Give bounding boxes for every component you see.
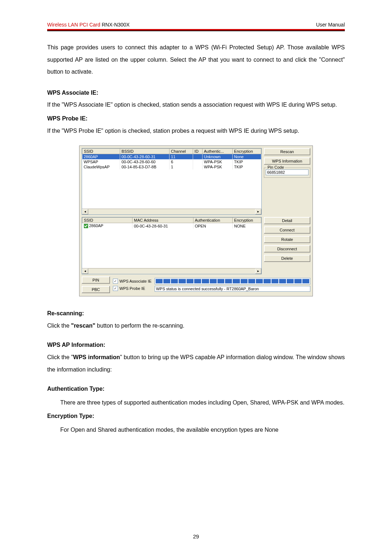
wps-associate-block: WPS Associate IE: If the "WPS Associate … [47, 87, 345, 111]
disconnect-button[interactable]: Disconnect [264, 245, 310, 253]
scroll-right-icon[interactable]: ► [255, 209, 261, 214]
wps-information-button[interactable]: WPS Information [264, 157, 310, 165]
col-encryption[interactable]: Encryption [232, 149, 261, 154]
scroll-right-icon[interactable]: ► [255, 268, 261, 274]
doc-type-label: User Manual [316, 22, 345, 28]
wps-ap-list-header-row: SSID BSSID Channel ID Authentic... Encry… [82, 149, 261, 154]
table-row[interactable]: ClaudeWpsAP 00-14-85-E3-D7-8B 1 WPA-PSK … [82, 164, 261, 169]
pin-button[interactable]: PIN [82, 276, 110, 284]
pbc-button[interactable]: PBC [82, 286, 110, 293]
table-row[interactable]: 2860AP 00-0C-43-28-60-31 11 Unknown None [82, 154, 261, 160]
delete-button[interactable]: Delete [264, 255, 310, 262]
wps-dialog-screenshot: SSID BSSID Channel ID Authentic... Encry… [79, 145, 313, 296]
col2-ssid[interactable]: SSID [82, 218, 132, 223]
col-bssid[interactable]: BSSID [120, 149, 169, 154]
wps-status-text: WPS status is connected successfully - R… [155, 286, 310, 292]
col-ssid[interactable]: SSID [82, 149, 120, 154]
doc-title-product: Wireless LAN PCI Card [47, 22, 100, 28]
scroll-left-icon[interactable]: ◄ [82, 209, 88, 214]
horizontal-scrollbar[interactable]: ◄ ► [82, 268, 261, 274]
pin-code-group: Pin Code [264, 168, 310, 178]
table-row[interactable]: 2860AP 00-0C-43-28-60-31 OPEN NONE [82, 223, 261, 229]
connect-button[interactable]: Connect [264, 226, 310, 234]
header-rule-black [47, 30, 345, 31]
rescanning-title: Re-scanning: [47, 310, 84, 316]
scroll-left-icon[interactable]: ◄ [82, 268, 88, 274]
wps-probe-block: WPS Probe IE: If the "WPS Probe IE" opti… [47, 112, 345, 137]
col2-auth[interactable]: Authentication [193, 218, 232, 223]
auth-type-body: There are three types of supported authe… [47, 397, 345, 409]
wps-ap-info-title: WPS AP Information: [47, 342, 105, 348]
col2-mac[interactable]: MAC Address [132, 218, 193, 223]
wps-associate-title: WPS Associate IE: [47, 90, 98, 96]
intro-paragraph: This page provides users to connect this… [47, 41, 345, 78]
col2-enc[interactable]: Encryption [233, 218, 261, 223]
enc-type-title: Encryption Type: [47, 413, 94, 419]
wps-associate-body: If the "WPS Associate IE" option is chec… [47, 102, 337, 108]
wps-profile-header-row: SSID MAC Address Authentication Encrypti… [82, 218, 261, 223]
doc-title: Wireless LAN PCI Card RNX-N300X [47, 22, 130, 28]
doc-title-model: RNX-N300X [100, 22, 130, 28]
auth-type-block: Authentication Type: [47, 383, 345, 395]
connected-icon [84, 224, 88, 228]
col-authentication[interactable]: Authentic... [202, 149, 232, 154]
wps-probe-title: WPS Probe IE: [47, 115, 87, 122]
pin-code-label: Pin Code [266, 165, 285, 169]
auth-type-title: Authentication Type: [47, 386, 105, 392]
table-row[interactable]: WPSAP 00-0C-43-28-60-60 6 WPA-PSK TKIP [82, 159, 261, 164]
wps-profile-list[interactable]: SSID MAC Address Authentication Encrypti… [82, 217, 262, 274]
doc-header: Wireless LAN PCI Card RNX-N300X User Man… [47, 22, 345, 29]
col-id[interactable]: ID [193, 149, 202, 154]
wps-probe-ie-checkbox[interactable]: ✓WPS Probe IE [113, 286, 152, 291]
horizontal-scrollbar[interactable]: ◄ ► [82, 209, 261, 214]
col-channel[interactable]: Channel [170, 149, 193, 154]
rotate-button[interactable]: Rotate [264, 236, 310, 243]
detail-button[interactable]: Detail [264, 217, 310, 224]
wps-ap-info-block: WPS AP Information: Click the "WPS infor… [47, 339, 345, 376]
enc-type-body: For Open and Shared authentication modes… [47, 424, 345, 436]
wps-probe-body: If the "WPS Probe IE" option is checked,… [47, 128, 299, 134]
rescan-button[interactable]: Rescan [264, 148, 310, 155]
pin-code-input[interactable] [266, 169, 309, 175]
wps-associate-ie-checkbox[interactable]: ✓WPS Associate IE [113, 279, 152, 284]
wps-progress-bar [155, 278, 310, 284]
page-number: 29 [0, 533, 392, 539]
rescanning-block: Re-scanning: Click the "rescan" button t… [47, 307, 345, 332]
wps-ap-list[interactable]: SSID BSSID Channel ID Authentic... Encry… [82, 148, 262, 215]
enc-type-block: Encryption Type: [47, 410, 345, 422]
